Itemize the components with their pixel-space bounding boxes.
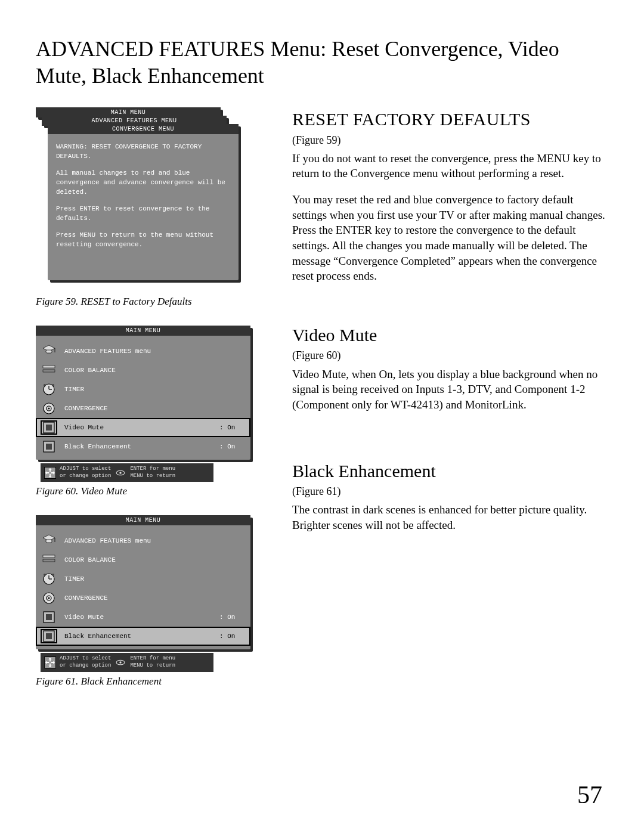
- body-text: You may reset the red and blue convergen…: [292, 192, 608, 284]
- menu-row-advanced-features-menu[interactable]: ADVANCED FEATURES menu: [36, 531, 250, 550]
- hint-text: ADJUST to selector change option: [60, 466, 111, 479]
- square-icon: [41, 439, 57, 454]
- figure-61-caption: Figure 61. Black Enhancement: [36, 676, 268, 688]
- menu-row-label: TIMER: [64, 386, 219, 393]
- menu-row-value: : On: [219, 443, 243, 450]
- body-text: Video Mute, when On, lets you display a …: [292, 367, 608, 413]
- menu-row-black-enhancement[interactable]: Black Enhancement: On: [36, 627, 250, 646]
- hint-bar: ADJUST to selector change optionENTER fo…: [41, 653, 213, 671]
- figure-60: MAIN MENUADVANCED FEATURES menuCOLOR BAL…: [36, 326, 250, 482]
- menu-row-label: TIMER: [64, 575, 219, 583]
- page-title: ADVANCED FEATURES Menu: Reset Convergenc…: [36, 36, 608, 89]
- gradcap-icon: [41, 534, 57, 548]
- menu-row-color-balance[interactable]: COLOR BALANCE: [36, 361, 250, 380]
- figure-61: MAIN MENUADVANCED FEATURES menuCOLOR BAL…: [36, 515, 250, 671]
- menu-row-label: COLOR BALANCE: [64, 367, 219, 374]
- dpad-icon: [44, 657, 56, 668]
- body-text: The contrast in dark scenes is enhanced …: [292, 502, 608, 532]
- menu-row-video-mute[interactable]: Video Mute: On: [36, 418, 250, 437]
- converge-icon: [41, 591, 57, 605]
- warning-line: Press MENU to return to the menu without…: [56, 231, 230, 250]
- menu-title: MAIN MENU: [36, 515, 250, 525]
- menu-row-label: Black Enhancement: [64, 633, 219, 640]
- menu-row-label: CONVERGENCE: [64, 594, 219, 602]
- menu-row-label: Black Enhancement: [64, 443, 219, 450]
- hint-bar: ADJUST to selector change optionENTER fo…: [41, 463, 213, 482]
- clock-icon: [41, 572, 57, 586]
- menu-row-label: ADVANCED FEATURES menu: [64, 537, 219, 544]
- menu-body: WARNING: RESET CONVERGENCE TO FACTORY DE…: [48, 134, 239, 265]
- menu-layer-convergence: CONVERGENCE MENU WARNING: RESET CONVERGE…: [48, 124, 239, 280]
- square-icon: [41, 420, 57, 435]
- body-text: If you do not want to reset the converge…: [292, 151, 608, 181]
- clock-icon: [41, 382, 57, 397]
- menu-row-value: : On: [219, 633, 243, 640]
- menu-row-color-balance[interactable]: COLOR BALANCE: [36, 550, 250, 569]
- menu-row-convergence[interactable]: CONVERGENCE: [36, 399, 250, 418]
- warning-line: Press ENTER to reset convergence to the …: [56, 205, 230, 224]
- section-heading-blackenh: Black Enhancement: [292, 459, 608, 484]
- figure-reference: (Figure 61): [292, 484, 608, 498]
- figure-60-caption: Figure 60. Video Mute: [36, 485, 268, 497]
- hint-text: ENTER for menuMENU to return: [130, 466, 175, 479]
- menu-row-black-enhancement[interactable]: Black Enhancement: On: [36, 437, 250, 456]
- menu-title: CONVERGENCE MENU: [48, 124, 239, 134]
- menu-row-video-mute[interactable]: Video Mute: On: [36, 608, 250, 627]
- gradcap-icon: [41, 344, 57, 358]
- menu-row-label: Video Mute: [64, 424, 219, 431]
- menu-title: MAIN MENU: [36, 326, 250, 336]
- figure-59: MAIN MENU ADVANCED FEATURES MENU CONVERG…: [36, 107, 244, 292]
- eye-icon: [114, 467, 126, 479]
- hint-text: ENTER for menuMENU to return: [130, 655, 175, 669]
- menu-row-timer[interactable]: TIMER: [36, 380, 250, 399]
- dpad-icon: [44, 467, 56, 479]
- menu-row-convergence[interactable]: CONVERGENCE: [36, 589, 250, 608]
- warning-line: WARNING: RESET CONVERGENCE TO FACTORY DE…: [56, 143, 230, 162]
- menu-row-label: COLOR BALANCE: [64, 556, 219, 563]
- converge-icon: [41, 401, 57, 416]
- menu-row-label: ADVANCED FEATURES menu: [64, 348, 219, 355]
- section-heading-reset: Reset Factory Defaults: [292, 107, 608, 132]
- figure-reference: (Figure 59): [292, 133, 608, 147]
- figure-59-caption: Figure 59. RESET to Factory Defaults: [36, 296, 268, 308]
- menu-row-timer[interactable]: TIMER: [36, 569, 250, 589]
- advanced-features-menu: MAIN MENUADVANCED FEATURES menuCOLOR BAL…: [36, 515, 250, 649]
- bars-icon: [41, 363, 57, 377]
- bars-icon: [41, 553, 57, 567]
- menu-row-value: : On: [219, 614, 243, 621]
- section-heading-videomute: Video Mute: [292, 323, 608, 348]
- square-icon: [41, 629, 57, 643]
- eye-icon: [114, 657, 126, 668]
- square-icon: [41, 610, 57, 624]
- hint-text: ADJUST to selector change option: [60, 655, 111, 669]
- menu-row-advanced-features-menu[interactable]: ADVANCED FEATURES menu: [36, 342, 250, 361]
- figure-reference: (Figure 60): [292, 348, 608, 363]
- warning-line: All manual changes to red and blue conve…: [56, 169, 230, 197]
- menu-row-label: CONVERGENCE: [64, 405, 219, 412]
- menu-row-value: : On: [219, 424, 243, 431]
- page-number: 57: [577, 781, 602, 809]
- advanced-features-menu: MAIN MENUADVANCED FEATURES menuCOLOR BAL…: [36, 326, 250, 460]
- menu-row-label: Video Mute: [64, 614, 219, 621]
